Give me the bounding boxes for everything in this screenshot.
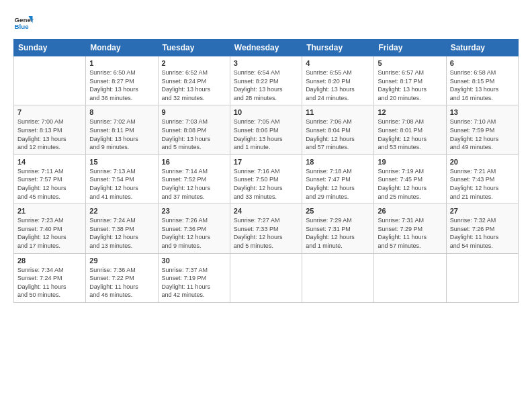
day-number: 6 [450, 59, 515, 67]
day-info: Sunrise: 6:55 AM Sunset: 8:20 PM Dayligh… [306, 68, 370, 102]
weekday-header-sunday: Sunday [14, 40, 86, 56]
calendar-cell: 7Sunrise: 7:00 AM Sunset: 8:13 PM Daylig… [14, 105, 86, 154]
day-info: Sunrise: 6:58 AM Sunset: 8:15 PM Dayligh… [450, 68, 515, 102]
calendar-cell: 24Sunrise: 7:27 AM Sunset: 7:33 PM Dayli… [230, 204, 302, 253]
day-number: 29 [89, 257, 154, 265]
calendar-cell [302, 253, 374, 302]
day-info: Sunrise: 7:27 AM Sunset: 7:33 PM Dayligh… [234, 216, 298, 250]
day-number: 8 [89, 108, 154, 116]
calendar-cell: 6Sunrise: 6:58 AM Sunset: 8:15 PM Daylig… [446, 56, 518, 105]
weekday-header-thursday: Thursday [302, 40, 374, 56]
day-number: 4 [306, 59, 370, 67]
day-number: 28 [17, 257, 82, 265]
calendar-cell: 1Sunrise: 6:50 AM Sunset: 8:27 PM Daylig… [86, 56, 158, 105]
calendar-cell: 21Sunrise: 7:23 AM Sunset: 7:40 PM Dayli… [14, 204, 86, 253]
calendar-cell: 8Sunrise: 7:02 AM Sunset: 8:11 PM Daylig… [86, 105, 158, 154]
day-info: Sunrise: 7:16 AM Sunset: 7:50 PM Dayligh… [234, 167, 298, 201]
week-row-2: 7Sunrise: 7:00 AM Sunset: 8:13 PM Daylig… [14, 105, 519, 154]
day-number: 19 [378, 158, 442, 166]
day-info: Sunrise: 7:11 AM Sunset: 7:57 PM Dayligh… [17, 167, 82, 201]
day-number: 20 [450, 158, 515, 166]
calendar-cell: 5Sunrise: 6:57 AM Sunset: 8:17 PM Daylig… [374, 56, 446, 105]
calendar-cell: 22Sunrise: 7:24 AM Sunset: 7:38 PM Dayli… [86, 204, 158, 253]
week-row-1: 1Sunrise: 6:50 AM Sunset: 8:27 PM Daylig… [14, 56, 519, 105]
logo-icon: General Blue [13, 12, 34, 32]
day-number: 5 [378, 59, 442, 67]
day-info: Sunrise: 7:06 AM Sunset: 8:04 PM Dayligh… [306, 118, 370, 151]
day-number: 21 [17, 207, 82, 215]
day-number: 14 [17, 158, 82, 166]
day-number: 9 [162, 108, 226, 116]
day-number: 3 [234, 59, 298, 67]
calendar-cell: 14Sunrise: 7:11 AM Sunset: 7:57 PM Dayli… [14, 154, 86, 203]
day-number: 17 [234, 158, 298, 166]
weekday-header-friday: Friday [374, 40, 446, 56]
calendar-cell [446, 253, 518, 302]
day-number: 22 [89, 207, 154, 215]
day-number: 2 [162, 59, 226, 67]
calendar-cell: 9Sunrise: 7:03 AM Sunset: 8:08 PM Daylig… [158, 105, 230, 154]
calendar-cell: 3Sunrise: 6:54 AM Sunset: 8:22 PM Daylig… [230, 56, 302, 105]
day-number: 15 [89, 158, 154, 166]
calendar-cell: 25Sunrise: 7:29 AM Sunset: 7:31 PM Dayli… [302, 204, 374, 253]
day-number: 7 [17, 108, 82, 116]
day-info: Sunrise: 6:54 AM Sunset: 8:22 PM Dayligh… [234, 68, 298, 102]
day-number: 1 [89, 59, 154, 67]
logo: General Blue [13, 12, 34, 32]
day-info: Sunrise: 7:13 AM Sunset: 7:54 PM Dayligh… [89, 167, 154, 201]
calendar-cell: 10Sunrise: 7:05 AM Sunset: 8:06 PM Dayli… [230, 105, 302, 154]
day-info: Sunrise: 7:08 AM Sunset: 8:01 PM Dayligh… [378, 118, 442, 151]
day-info: Sunrise: 6:50 AM Sunset: 8:27 PM Dayligh… [89, 68, 154, 102]
day-info: Sunrise: 7:18 AM Sunset: 7:47 PM Dayligh… [306, 167, 370, 201]
calendar-cell: 30Sunrise: 7:37 AM Sunset: 7:19 PM Dayli… [158, 253, 230, 302]
weekday-header-wednesday: Wednesday [230, 40, 302, 56]
day-number: 18 [306, 158, 370, 166]
day-info: Sunrise: 7:31 AM Sunset: 7:29 PM Dayligh… [378, 216, 442, 250]
day-info: Sunrise: 7:03 AM Sunset: 8:08 PM Dayligh… [162, 118, 226, 151]
calendar-cell: 26Sunrise: 7:31 AM Sunset: 7:29 PM Dayli… [374, 204, 446, 253]
calendar-cell: 20Sunrise: 7:21 AM Sunset: 7:43 PM Dayli… [446, 154, 518, 203]
day-info: Sunrise: 7:02 AM Sunset: 8:11 PM Dayligh… [89, 118, 154, 151]
svg-text:Blue: Blue [15, 23, 30, 30]
day-info: Sunrise: 7:34 AM Sunset: 7:24 PM Dayligh… [17, 266, 82, 300]
day-info: Sunrise: 7:37 AM Sunset: 7:19 PM Dayligh… [162, 266, 226, 300]
day-number: 11 [306, 108, 370, 116]
calendar-cell: 4Sunrise: 6:55 AM Sunset: 8:20 PM Daylig… [302, 56, 374, 105]
calendar-cell: 15Sunrise: 7:13 AM Sunset: 7:54 PM Dayli… [86, 154, 158, 203]
day-number: 26 [378, 207, 442, 215]
calendar-cell: 17Sunrise: 7:16 AM Sunset: 7:50 PM Dayli… [230, 154, 302, 203]
day-info: Sunrise: 7:21 AM Sunset: 7:43 PM Dayligh… [450, 167, 515, 201]
calendar-cell: 29Sunrise: 7:36 AM Sunset: 7:22 PM Dayli… [86, 253, 158, 302]
day-info: Sunrise: 7:36 AM Sunset: 7:22 PM Dayligh… [89, 266, 154, 300]
calendar-header-row: SundayMondayTuesdayWednesdayThursdayFrid… [14, 40, 519, 56]
calendar: SundayMondayTuesdayWednesdayThursdayFrid… [13, 39, 519, 303]
day-info: Sunrise: 7:19 AM Sunset: 7:45 PM Dayligh… [378, 167, 442, 201]
day-number: 24 [234, 207, 298, 215]
day-number: 25 [306, 207, 370, 215]
day-number: 30 [162, 257, 226, 265]
day-info: Sunrise: 7:10 AM Sunset: 7:59 PM Dayligh… [450, 118, 515, 151]
calendar-cell [230, 253, 302, 302]
day-info: Sunrise: 6:52 AM Sunset: 8:24 PM Dayligh… [162, 68, 226, 102]
calendar-cell: 2Sunrise: 6:52 AM Sunset: 8:24 PM Daylig… [158, 56, 230, 105]
weekday-header-saturday: Saturday [446, 40, 518, 56]
day-number: 13 [450, 108, 515, 116]
calendar-cell [374, 253, 446, 302]
day-info: Sunrise: 7:24 AM Sunset: 7:38 PM Dayligh… [89, 216, 154, 250]
calendar-cell: 23Sunrise: 7:26 AM Sunset: 7:36 PM Dayli… [158, 204, 230, 253]
day-info: Sunrise: 7:00 AM Sunset: 8:13 PM Dayligh… [17, 118, 82, 151]
day-info: Sunrise: 7:05 AM Sunset: 8:06 PM Dayligh… [234, 118, 298, 151]
calendar-cell: 18Sunrise: 7:18 AM Sunset: 7:47 PM Dayli… [302, 154, 374, 203]
day-info: Sunrise: 7:23 AM Sunset: 7:40 PM Dayligh… [17, 216, 82, 250]
day-info: Sunrise: 7:32 AM Sunset: 7:26 PM Dayligh… [450, 216, 515, 250]
day-info: Sunrise: 6:57 AM Sunset: 8:17 PM Dayligh… [378, 68, 442, 102]
calendar-cell: 16Sunrise: 7:14 AM Sunset: 7:52 PM Dayli… [158, 154, 230, 203]
day-info: Sunrise: 7:26 AM Sunset: 7:36 PM Dayligh… [162, 216, 226, 250]
calendar-cell: 19Sunrise: 7:19 AM Sunset: 7:45 PM Dayli… [374, 154, 446, 203]
day-number: 12 [378, 108, 442, 116]
week-row-5: 28Sunrise: 7:34 AM Sunset: 7:24 PM Dayli… [14, 253, 519, 302]
day-number: 23 [162, 207, 226, 215]
day-info: Sunrise: 7:29 AM Sunset: 7:31 PM Dayligh… [306, 216, 370, 250]
weekday-header-tuesday: Tuesday [158, 40, 230, 56]
calendar-cell: 13Sunrise: 7:10 AM Sunset: 7:59 PM Dayli… [446, 105, 518, 154]
